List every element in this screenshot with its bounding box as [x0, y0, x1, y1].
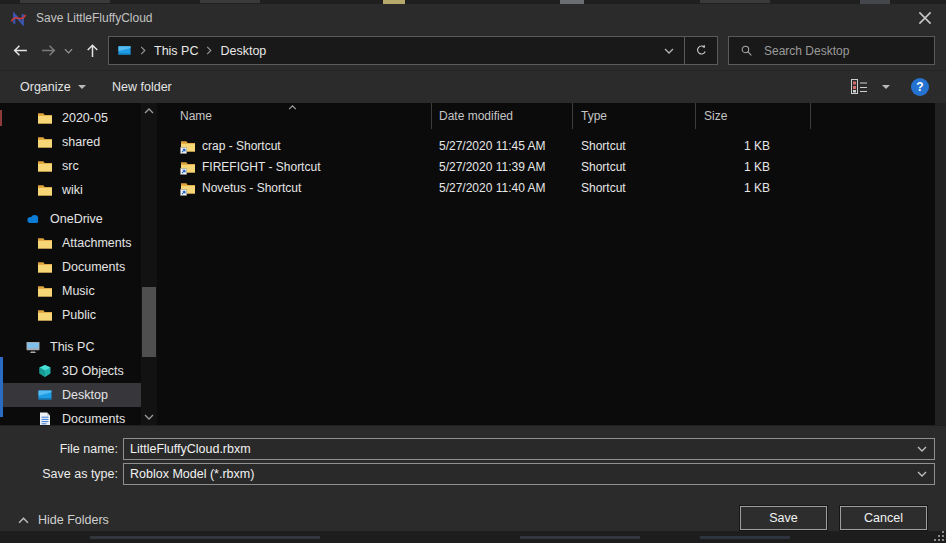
background-window-sliver [0, 357, 3, 417]
file-row-crap-shortcut[interactable]: crap - Shortcut 5/27/2020 11:45 AM Short… [160, 135, 935, 156]
titlebar: Save LittleFluffyCloud [0, 4, 946, 32]
sidebar-item-label: Public [62, 308, 96, 322]
file-name-dropdown-icon[interactable] [910, 446, 934, 452]
folder-icon [37, 134, 53, 150]
sidebar-item-documents-onedrive[interactable]: Documents [0, 255, 160, 279]
help-icon[interactable]: ? [911, 78, 929, 96]
file-type-cell: Shortcut [573, 181, 696, 195]
breadcrumb-chevron-icon [140, 46, 146, 55]
up-icon[interactable] [84, 42, 101, 59]
file-name-label: File name: [0, 442, 118, 456]
sidebar-item-public[interactable]: Public [0, 303, 160, 327]
address-dropdown-icon[interactable] [654, 48, 684, 54]
file-name-input[interactable] [124, 441, 910, 457]
file-row-novetus-shortcut[interactable]: Novetus - Shortcut 5/27/2020 11:40 AM Sh… [160, 177, 935, 198]
sidebar-item-music[interactable]: Music [0, 279, 160, 303]
background-window-fragment [90, 536, 320, 539]
view-dropdown-icon[interactable] [882, 85, 890, 89]
onedrive-cloud-icon [25, 211, 41, 227]
new-folder-button[interactable]: New folder [112, 71, 172, 103]
this-pc-icon [25, 339, 41, 355]
sidebar-item-label: 3D Objects [62, 364, 124, 378]
hide-folders-button[interactable]: Hide Folders [18, 513, 109, 527]
refresh-icon[interactable] [685, 44, 717, 57]
sidebar-item-2020-05[interactable]: 2020-05 [0, 106, 160, 130]
sidebar-item-label: OneDrive [50, 212, 103, 226]
file-name: FIREFIGHT - Shortcut [202, 160, 320, 174]
organize-label: Organize [20, 80, 71, 94]
sidebar-scrollbar[interactable] [141, 103, 157, 425]
file-date-cell: 5/27/2020 11:40 AM [432, 181, 573, 195]
file-type-cell: Shortcut [573, 160, 696, 174]
folder-icon [37, 235, 53, 251]
file-rows: crap - Shortcut 5/27/2020 11:45 AM Short… [160, 129, 935, 198]
scroll-up-icon[interactable] [144, 108, 154, 114]
breadcrumb-this-pc[interactable]: This PC [154, 44, 198, 58]
search-box[interactable] [728, 36, 935, 65]
sidebar-item-desktop[interactable]: Desktop [0, 383, 141, 407]
resize-grip[interactable] [942, 539, 944, 541]
sidebar-item-label: Documents [62, 412, 125, 425]
chevron-up-icon [18, 517, 29, 524]
novetus-app-icon [10, 10, 27, 27]
document-icon [37, 411, 53, 425]
organize-button[interactable]: Organize [20, 71, 86, 103]
column-header-name[interactable]: Name [160, 103, 432, 129]
folder-icon [37, 182, 53, 198]
file-list: Name Date modified Type Size crap - Shor… [160, 103, 935, 425]
save-dialog-window: Save LittleFluffyCloud This PC Desktop O… [0, 0, 946, 543]
scroll-down-icon[interactable] [144, 414, 154, 420]
column-label: Name [180, 109, 212, 123]
file-date-cell: 5/27/2020 11:39 AM [432, 160, 573, 174]
column-headers: Name Date modified Type Size [160, 103, 935, 129]
cancel-button[interactable]: Cancel [840, 506, 927, 530]
sidebar-item-label: Music [62, 284, 95, 298]
save-as-type-row: Save as type: Roblox Model (*.rbxm) [0, 463, 946, 485]
save-as-type-select[interactable]: Roblox Model (*.rbxm) [123, 463, 935, 485]
shortcut-folder-icon [180, 138, 196, 154]
sidebar-item-attachments[interactable]: Attachments [0, 231, 160, 255]
sidebar-item-this-pc[interactable]: This PC [0, 335, 160, 359]
save-as-type-value: Roblox Model (*.rbxm) [124, 467, 910, 481]
3d-objects-cube-icon [37, 363, 53, 379]
sidebar-item-label: src [62, 159, 79, 173]
breadcrumb-desktop[interactable]: Desktop [220, 44, 266, 58]
sidebar-item-label: shared [62, 135, 100, 149]
change-view-icon[interactable] [851, 79, 868, 94]
hide-folders-label: Hide Folders [38, 513, 109, 527]
save-as-type-dropdown-icon[interactable] [910, 471, 934, 477]
file-size-cell: 1 KB [696, 139, 811, 153]
file-name: Novetus - Shortcut [202, 181, 301, 195]
column-header-date-modified[interactable]: Date modified [432, 103, 573, 129]
sidebar-item-shared[interactable]: shared [0, 130, 160, 154]
search-icon [740, 44, 753, 57]
save-button[interactable]: Save [740, 506, 827, 530]
forward-icon[interactable] [40, 42, 57, 59]
close-icon[interactable] [918, 11, 932, 25]
recent-locations-chevron-icon[interactable] [64, 48, 73, 54]
back-icon[interactable] [12, 42, 29, 59]
sidebar-item-3d-objects[interactable]: 3D Objects [0, 359, 160, 383]
sidebar-item-documents[interactable]: Documents [0, 407, 160, 425]
file-name-cell: Novetus - Shortcut [160, 180, 432, 196]
column-header-size[interactable]: Size [696, 103, 811, 129]
window-title: Save LittleFluffyCloud [36, 11, 153, 25]
search-input[interactable] [762, 43, 934, 59]
command-toolbar: Organize New folder ? [0, 70, 946, 103]
scrollbar-thumb[interactable] [142, 287, 156, 357]
shortcut-folder-icon [180, 159, 196, 175]
folder-icon [37, 307, 53, 323]
column-header-type[interactable]: Type [573, 103, 696, 129]
sidebar-item-onedrive[interactable]: OneDrive [0, 207, 160, 231]
sidebar-item-wiki[interactable]: wiki [0, 178, 160, 202]
background-window-fragment [700, 536, 790, 539]
background-window-bottom-strip [0, 531, 946, 543]
file-date-cell: 5/27/2020 11:45 AM [432, 139, 573, 153]
shortcut-folder-icon [180, 180, 196, 196]
file-row-firefight-shortcut[interactable]: FIREFIGHT - Shortcut 5/27/2020 11:39 AM … [160, 156, 935, 177]
background-window-fragment [700, 0, 770, 3]
file-name-field[interactable] [123, 438, 935, 460]
address-bar[interactable]: This PC Desktop [108, 36, 718, 65]
navigation-pane: 2020-05 shared src wiki OneDrive Attachm… [0, 103, 160, 425]
sidebar-item-src[interactable]: src [0, 154, 160, 178]
